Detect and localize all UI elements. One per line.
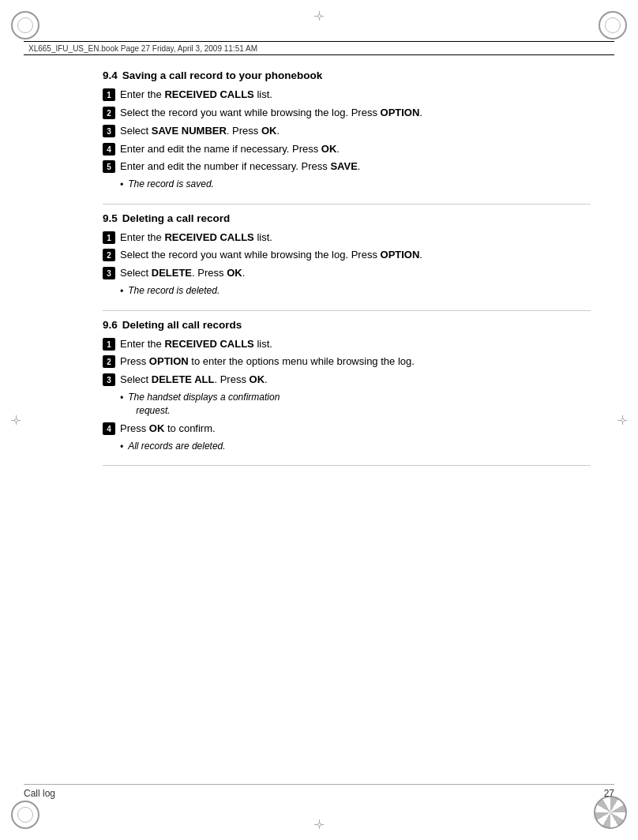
bullet-text: All records are deleted. <box>128 440 225 454</box>
bullet-dot: • <box>120 441 123 454</box>
main-content: 9.4Saving a call record to your phoneboo… <box>103 69 591 777</box>
section-9.5: 9.5Deleting a call record 1 Enter the RE… <box>103 212 591 311</box>
section-title-text: Deleting all call records <box>122 319 242 331</box>
step-item: 1 Enter the RECEIVED CALLS list. <box>103 231 591 246</box>
step-item: 4 Enter and edit the name if necessary. … <box>103 142 591 157</box>
footer-left: Call log <box>24 788 55 799</box>
step-number: 1 <box>103 88 115 101</box>
bullet-text: The record is saved. <box>128 178 214 192</box>
step-item: 2 Select the record you want while brows… <box>103 106 591 121</box>
section-num: 9.5 <box>103 212 118 224</box>
corner-mark-tl <box>11 11 39 39</box>
step-item: 3 Select DELETE. Press OK. <box>103 266 591 281</box>
step-item: 2 Select the record you want while brows… <box>103 248 591 263</box>
section-9.4: 9.4Saving a call record to your phoneboo… <box>103 69 591 204</box>
section-title-9.5: 9.5Deleting a call record <box>103 212 591 224</box>
step-number: 1 <box>103 338 115 351</box>
section-num: 9.6 <box>103 319 118 331</box>
step-text: Press OPTION to enter the options menu w… <box>120 354 591 369</box>
bottom-edge-mark <box>314 819 324 829</box>
corner-mark-tr <box>599 11 627 39</box>
section-title-9.6: 9.6Deleting all call records <box>103 319 591 331</box>
top-edge-mark <box>314 11 324 21</box>
step-number: 3 <box>103 267 115 279</box>
step-text: Enter the RECEIVED CALLS list. <box>120 337 591 352</box>
step-item: 4 Press OK to confirm. <box>103 422 591 437</box>
step-list-9.6: 1 Enter the RECEIVED CALLS list. 2 Press… <box>103 337 591 455</box>
corner-mark-br <box>594 796 627 829</box>
bullet-dot: • <box>120 178 123 192</box>
step-number: 5 <box>103 160 115 173</box>
section-title-text: Deleting a call record <box>122 212 231 224</box>
step-number: 3 <box>103 125 115 137</box>
section-9.6: 9.6Deleting all call records 1 Enter the… <box>103 319 591 467</box>
step-text: Enter and edit the name if necessary. Pr… <box>120 142 591 157</box>
step-text: Enter and edit the number if necessary. … <box>120 159 591 174</box>
step-list-9.4: 1 Enter the RECEIVED CALLS list. 2 Selec… <box>103 88 591 193</box>
left-edge-mark <box>11 415 21 425</box>
step-item: 1 Enter the RECEIVED CALLS list. <box>103 88 591 103</box>
bullet-item: •The handset displays a confirmation req… <box>120 391 591 418</box>
header-bar: XL665_IFU_US_EN.book Page 27 Friday, Apr… <box>24 41 614 55</box>
bullet-text: The handset displays a confirmation requ… <box>128 391 280 418</box>
bullet-dot: • <box>120 392 123 418</box>
step-item: 3 Select DELETE ALL. Press OK. <box>103 373 591 388</box>
step-text: Select the record you want while browsin… <box>120 248 591 263</box>
step-text: Select DELETE ALL. Press OK. <box>120 373 591 388</box>
section-num: 9.4 <box>103 69 118 81</box>
bullet-item: •All records are deleted. <box>120 440 591 454</box>
header-text: XL665_IFU_US_EN.book Page 27 Friday, Apr… <box>28 44 257 53</box>
step-number: 3 <box>103 373 115 386</box>
step-number: 2 <box>103 107 115 119</box>
step-item: 2 Press OPTION to enter the options menu… <box>103 354 591 369</box>
step-number: 2 <box>103 249 115 261</box>
bullet-item: •The record is deleted. <box>120 284 591 298</box>
step-text: Select DELETE. Press OK. <box>120 266 591 281</box>
step-number: 1 <box>103 231 115 244</box>
corner-mark-bl <box>11 801 39 829</box>
step-number: 2 <box>103 355 115 368</box>
step-number: 4 <box>103 143 115 156</box>
step-item: 5 Enter and edit the number if necessary… <box>103 159 591 174</box>
step-item: 3 Select SAVE NUMBER. Press OK. <box>103 124 591 139</box>
bullet-text: The record is deleted. <box>128 284 220 298</box>
step-item: 1 Enter the RECEIVED CALLS list. <box>103 337 591 352</box>
step-text: Select SAVE NUMBER. Press OK. <box>120 124 591 139</box>
right-edge-mark <box>617 415 627 425</box>
step-text: Enter the RECEIVED CALLS list. <box>120 231 591 246</box>
footer-right: 27 <box>604 788 614 799</box>
step-list-9.5: 1 Enter the RECEIVED CALLS list. 2 Selec… <box>103 231 591 299</box>
bullet-item: •The record is saved. <box>120 178 591 192</box>
section-title-text: Saving a call record to your phonebook <box>122 69 323 81</box>
step-number: 4 <box>103 422 115 435</box>
bullet-dot: • <box>120 285 123 298</box>
step-text: Select the record you want while browsin… <box>120 106 591 121</box>
step-text: Enter the RECEIVED CALLS list. <box>120 88 591 103</box>
step-text: Press OK to confirm. <box>120 422 591 437</box>
section-title-9.4: 9.4Saving a call record to your phoneboo… <box>103 69 591 81</box>
footer: Call log 27 <box>24 784 614 799</box>
